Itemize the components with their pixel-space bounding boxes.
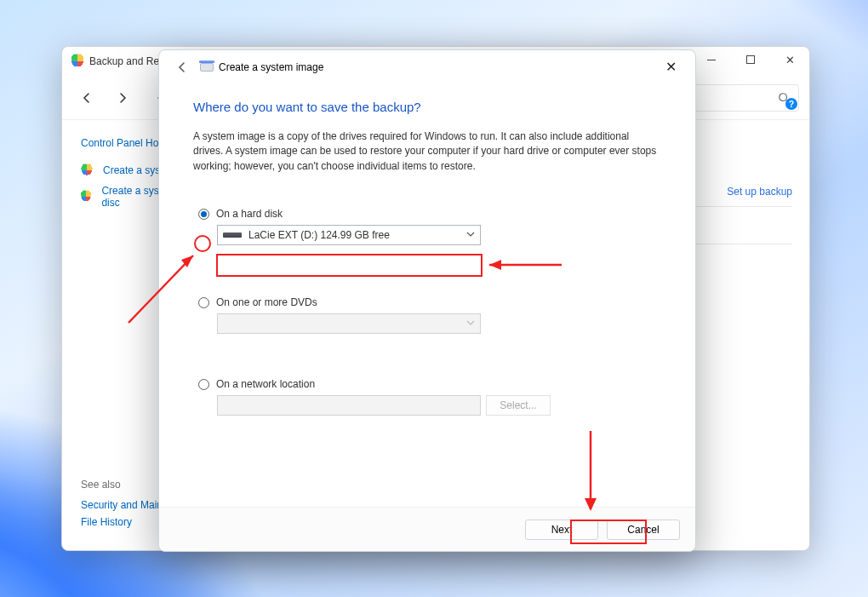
nav-forward-button[interactable] (108, 83, 137, 112)
dvd-select (217, 313, 481, 334)
shield-icon (81, 190, 91, 203)
dialog-title: Create a system image (219, 61, 323, 73)
dialog-close-button[interactable]: ✕ (651, 54, 690, 79)
radio-hard-disk-label: On a hard disk (216, 208, 283, 220)
maximize-button[interactable] (731, 47, 770, 72)
system-image-icon (200, 63, 214, 72)
shield-icon (81, 164, 93, 176)
dialog-description: A system image is a copy of the drives r… (193, 129, 661, 174)
radio-dvd-label: On one or more DVDs (216, 296, 317, 308)
next-button[interactable]: Next (525, 520, 598, 540)
drive-icon (223, 232, 242, 238)
chevron-down-icon (466, 230, 475, 238)
select-location-button: Select... (486, 395, 551, 416)
chevron-down-icon (466, 319, 475, 327)
radio-dvd[interactable] (198, 297, 209, 308)
radio-hard-disk[interactable] (198, 209, 209, 220)
svg-point-0 (779, 93, 787, 100)
system-image-dialog: Create a system image ✕ Where do you wan… (158, 49, 696, 552)
cancel-button[interactable]: Cancel (607, 520, 680, 540)
dialog-heading: Where do you want to save the backup? (193, 100, 661, 114)
network-location-input (217, 395, 481, 416)
minimize-button[interactable] (692, 47, 731, 72)
disk-select-value: LaCie EXT (D:) 124.99 GB free (248, 229, 390, 241)
disk-select[interactable]: LaCie EXT (D:) 124.99 GB free (217, 225, 481, 245)
dialog-back-button[interactable] (169, 55, 195, 80)
shield-icon (71, 54, 84, 69)
radio-network-label: On a network location (216, 378, 315, 390)
help-icon[interactable]: ? (785, 98, 797, 110)
radio-network[interactable] (198, 379, 209, 390)
nav-back-button[interactable] (72, 83, 101, 112)
close-button[interactable]: ✕ (770, 47, 809, 72)
set-up-backup-link[interactable]: Set up backup (727, 186, 792, 198)
